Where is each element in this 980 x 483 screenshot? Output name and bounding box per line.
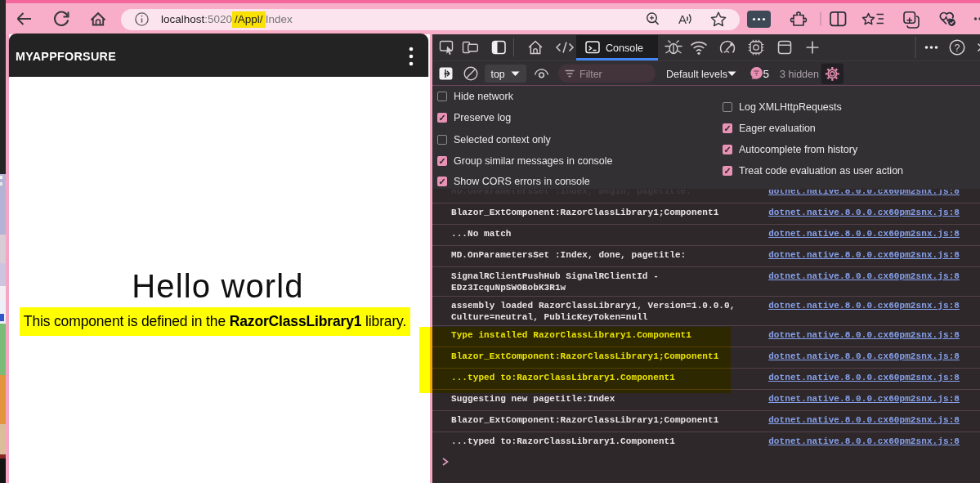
svg-text:?: ? — [955, 42, 960, 54]
svg-text:3 hidden: 3 hidden — [780, 69, 819, 80]
svg-text:Filter: Filter — [579, 69, 602, 80]
svg-text:Default levels: Default levels — [666, 69, 727, 80]
svg-text:5: 5 — [763, 68, 770, 80]
svg-text:top: top — [491, 69, 505, 80]
